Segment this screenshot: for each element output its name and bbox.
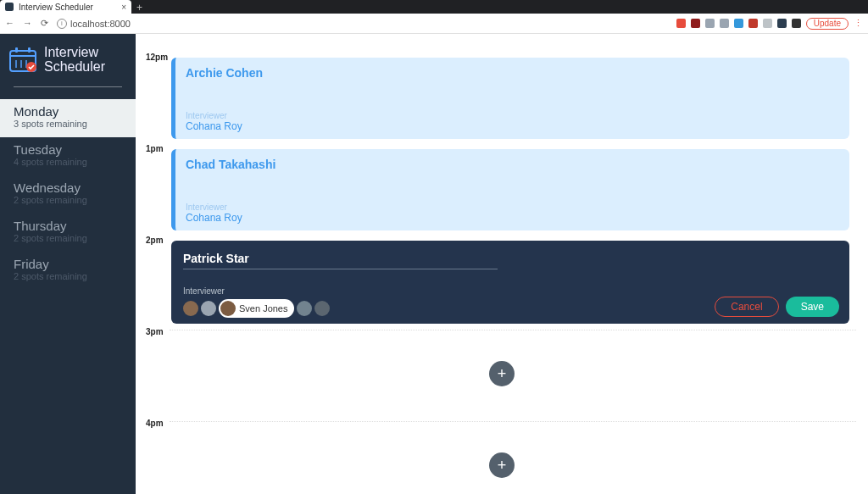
- extension-icon[interactable]: [691, 19, 700, 28]
- day-remaining: 2 spots remaining: [14, 271, 122, 281]
- interviewer-avatar[interactable]: [201, 301, 216, 316]
- sidebar: Interview Scheduler Monday 3 spots remai…: [0, 34, 136, 494]
- hour-rule: [170, 330, 856, 330]
- svg-rect-3: [28, 47, 31, 53]
- app-title-line1: Interview: [44, 46, 105, 60]
- browser-tab-strip: Interview Scheduler × +: [0, 0, 868, 14]
- sidebar-item-thursday[interactable]: Thursday 2 spots remaining: [0, 214, 136, 252]
- tab-title: Interview Scheduler: [19, 3, 93, 12]
- app-title-line2: Scheduler: [44, 60, 105, 75]
- day-remaining: 3 spots remaining: [14, 119, 122, 129]
- new-tab-button[interactable]: +: [136, 2, 142, 14]
- interviewer-name: Cohana Roy: [186, 212, 839, 224]
- interviewer-label: Interviewer: [186, 203, 839, 212]
- extension-icon[interactable]: [705, 19, 715, 28]
- sidebar-item-tuesday[interactable]: Tuesday 4 spots remaining: [0, 137, 136, 175]
- back-icon[interactable]: ←: [5, 18, 14, 29]
- interviewer-name: Cohana Roy: [186, 120, 839, 132]
- menu-icon[interactable]: ⋮: [854, 18, 863, 29]
- interviewer-avatar[interactable]: [183, 301, 198, 316]
- extension-icon[interactable]: [763, 19, 772, 28]
- appointment-form-2pm: Interviewer Sven Jones Cancel Save: [171, 241, 849, 324]
- sidebar-item-wednesday[interactable]: Wednesday 2 spots remaining: [0, 175, 136, 214]
- appointment-card-12pm[interactable]: Archie Cohen Interviewer Cohana Roy: [171, 58, 849, 139]
- sidebar-item-friday[interactable]: Friday 2 spots remaining: [0, 252, 136, 290]
- info-icon[interactable]: i: [57, 19, 67, 29]
- app-root: Interview Scheduler Monday 3 spots remai…: [0, 34, 868, 494]
- browser-toolbar: ← → ⟳ i localhost:8000 Update ⋮: [0, 14, 868, 34]
- sidebar-divider: [14, 86, 122, 87]
- extension-icon[interactable]: [676, 19, 686, 28]
- add-appointment-button-3pm[interactable]: +: [489, 361, 515, 386]
- url-text: localhost:8000: [70, 19, 131, 29]
- day-remaining: 2 spots remaining: [14, 233, 122, 243]
- interviewer-selected[interactable]: Sven Jones: [219, 299, 294, 318]
- plus-icon: +: [498, 457, 507, 475]
- forward-icon[interactable]: →: [23, 18, 32, 29]
- svg-rect-2: [15, 47, 18, 53]
- interviewer-avatar: [220, 301, 236, 316]
- hour-rule: [170, 421, 856, 422]
- app-logo: Interview Scheduler: [0, 34, 136, 83]
- hour-label-3pm: 3pm: [146, 327, 164, 336]
- cancel-button[interactable]: Cancel: [715, 297, 778, 317]
- extension-icon[interactable]: [720, 19, 729, 28]
- day-list: Monday 3 spots remaining Tuesday 4 spots…: [0, 99, 136, 290]
- extension-icon[interactable]: [777, 19, 787, 28]
- interviewer-selected-name: Sven Jones: [239, 303, 287, 314]
- student-name: Chad Takahashi: [186, 158, 839, 171]
- hour-label-4pm: 4pm: [146, 419, 164, 428]
- day-name: Thursday: [14, 219, 122, 233]
- hour-label-12pm: 12pm: [146, 53, 168, 62]
- hour-label-1pm: 1pm: [146, 144, 164, 153]
- browser-tab[interactable]: Interview Scheduler ×: [0, 0, 131, 14]
- day-remaining: 2 spots remaining: [14, 195, 122, 205]
- interviewer-label: Interviewer: [186, 111, 839, 120]
- interviewer-label: Interviewer: [183, 286, 837, 296]
- plus-icon: +: [498, 365, 507, 383]
- student-name: Archie Cohen: [186, 66, 839, 80]
- sidebar-item-monday[interactable]: Monday 3 spots remaining: [0, 99, 136, 137]
- reload-icon[interactable]: ⟳: [41, 18, 48, 29]
- interviewer-avatar[interactable]: [297, 301, 312, 316]
- address-bar[interactable]: i localhost:8000: [57, 19, 131, 29]
- favicon: [5, 3, 14, 11]
- schedule: 12pm 1pm 2pm 3pm 4pm Archie Cohen Interv…: [136, 34, 868, 494]
- extension-icon[interactable]: [734, 19, 743, 28]
- day-remaining: 4 spots remaining: [14, 157, 122, 167]
- appointment-card-1pm[interactable]: Chad Takahashi Interviewer Cohana Roy: [171, 149, 849, 230]
- update-button[interactable]: Update: [806, 18, 849, 30]
- day-name: Tuesday: [14, 142, 122, 157]
- hour-label-2pm: 2pm: [146, 236, 164, 245]
- day-name: Monday: [14, 104, 122, 119]
- add-appointment-button-4pm[interactable]: +: [489, 452, 515, 478]
- calendar-icon: [8, 46, 37, 75]
- day-name: Friday: [14, 257, 122, 271]
- extension-icon[interactable]: [792, 19, 801, 28]
- day-name: Wednesday: [14, 180, 122, 195]
- interviewer-avatar[interactable]: [314, 301, 330, 316]
- extension-icon[interactable]: [748, 19, 758, 28]
- extension-tray: Update ⋮: [676, 18, 863, 30]
- student-name-input[interactable]: [183, 252, 498, 269]
- save-button[interactable]: Save: [786, 297, 839, 317]
- close-tab-icon[interactable]: ×: [121, 3, 126, 12]
